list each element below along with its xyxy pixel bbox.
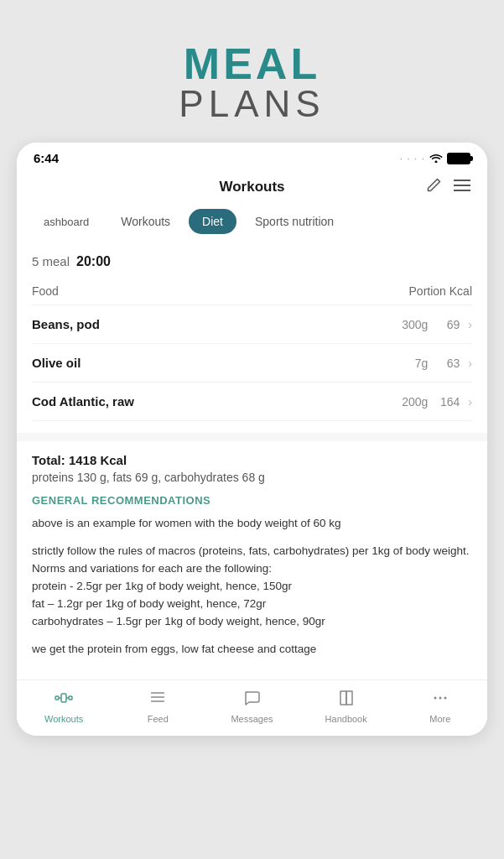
bottom-nav-feed-label: Feed — [148, 714, 169, 724]
bottom-nav-feed[interactable]: Feed — [135, 689, 181, 724]
total-section: Total: 1418 Kcal proteins 130 g, fats 69… — [17, 441, 487, 679]
edit-icon[interactable] — [425, 177, 442, 198]
food-row-cod[interactable]: Cod Atlantic, raw 200g 164 › — [32, 383, 472, 421]
bottom-nav-handbook-label: Handbook — [325, 714, 367, 724]
bottom-nav-more[interactable]: More — [417, 689, 463, 724]
meal-section: 5 meal 20:00 Food Portion Kcal Beans, po… — [17, 242, 487, 433]
total-kcal: Total: 1418 Kcal — [32, 453, 472, 467]
tab-sports-nutrition[interactable]: Sports nutrition — [242, 209, 347, 234]
general-rec-title: GENERAL RECOMMENDATIONS — [32, 494, 472, 507]
more-icon — [431, 689, 449, 711]
chevron-olive: › — [468, 357, 472, 370]
food-portion-beans: 300g — [396, 318, 428, 331]
handbook-icon — [337, 689, 356, 711]
header-icons — [425, 177, 470, 198]
tab-diet[interactable]: Diet — [189, 209, 236, 234]
svg-point-12 — [439, 697, 441, 700]
app-header: Workouts — [17, 170, 487, 204]
battery-icon — [447, 153, 470, 164]
col-food-header: Food — [32, 284, 59, 298]
col-portion-kcal-header: Portion Kcal — [409, 284, 472, 298]
svg-point-11 — [434, 697, 436, 700]
macro-line: proteins 130 g, fats 69 g, carbohydrates… — [32, 471, 472, 484]
svg-point-13 — [444, 697, 446, 700]
food-name-cod: Cod Atlantic, raw — [32, 394, 134, 409]
food-kcal-cod: 164 — [436, 395, 460, 409]
bottom-nav-handbook[interactable]: Handbook — [323, 689, 369, 724]
bottom-nav: Workouts Feed Messages — [17, 679, 487, 736]
svg-rect-3 — [55, 696, 59, 700]
food-right-olive: 7g 63 › — [396, 357, 472, 370]
food-portion-cod: 200g — [396, 395, 428, 409]
tab-workouts[interactable]: Workouts — [107, 209, 184, 234]
rec-text-2: strictly follow the rules of macros (pro… — [32, 543, 472, 631]
svg-rect-4 — [69, 696, 72, 700]
tab-dashboard[interactable]: ashboard — [30, 209, 102, 234]
food-name-olive: Olive oil — [32, 356, 81, 370]
bottom-nav-workouts[interactable]: Workouts — [41, 689, 87, 724]
menu-icon[interactable] — [454, 179, 470, 196]
bottom-nav-more-label: More — [429, 714, 450, 724]
food-table-header: Food Portion Kcal — [32, 278, 472, 305]
app-header-title: Workouts — [219, 179, 284, 195]
meal-time: 20:00 — [76, 254, 111, 269]
food-kcal-olive: 63 — [436, 357, 460, 370]
rec-text-3: we get the protein from eggs, low fat ch… — [32, 641, 472, 659]
feed-icon — [148, 689, 167, 711]
workouts-icon — [55, 689, 73, 711]
food-row-beans[interactable]: Beans, pod 300g 69 › — [32, 305, 472, 344]
meal-label: 5 meal — [32, 254, 70, 268]
page-header: MEAL PLANS — [17, 42, 487, 122]
rec-text-1: above is an example for women with the b… — [32, 515, 472, 533]
nav-tabs: ashboard Workouts Diet Sports nutrition — [17, 204, 487, 242]
bottom-nav-messages[interactable]: Messages — [229, 689, 275, 724]
status-bar: 6:44 · · · · — [17, 143, 487, 170]
wifi-icon — [429, 152, 443, 165]
outer-container: MEAL PLANS 6:44 · · · · Workouts — [0, 17, 504, 761]
phone-frame: 6:44 · · · · Workouts — [17, 143, 487, 736]
content-area: 5 meal 20:00 Food Portion Kcal Beans, po… — [17, 242, 487, 679]
messages-icon — [242, 689, 261, 711]
page-title-plans: PLANS — [17, 86, 487, 122]
food-row-olive[interactable]: Olive oil 7g 63 › — [32, 344, 472, 383]
bottom-nav-workouts-label: Workouts — [44, 714, 83, 724]
food-right-beans: 300g 69 › — [396, 318, 472, 331]
food-kcal-beans: 69 — [436, 318, 460, 331]
chevron-beans: › — [468, 318, 472, 331]
food-name-beans: Beans, pod — [32, 317, 100, 331]
page-title-meal: MEAL — [17, 42, 487, 86]
meal-header: 5 meal 20:00 — [32, 254, 472, 269]
food-right-cod: 200g 164 › — [396, 395, 472, 409]
dots-icon: · · · · — [400, 153, 425, 164]
food-portion-olive: 7g — [396, 357, 428, 370]
svg-rect-7 — [61, 694, 66, 702]
chevron-cod: › — [468, 395, 472, 409]
bottom-nav-messages-label: Messages — [231, 714, 273, 724]
status-time: 6:44 — [34, 151, 59, 165]
status-icons: · · · · — [400, 152, 470, 165]
